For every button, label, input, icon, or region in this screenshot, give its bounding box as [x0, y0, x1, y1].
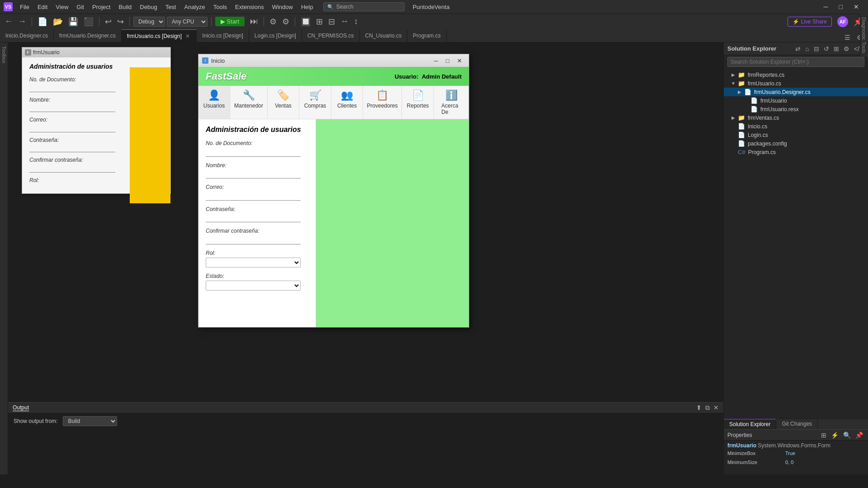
bg-field-input[interactable]	[29, 85, 115, 92]
se-gear-button[interactable]: ⚙	[842, 45, 851, 53]
tab-inicio-design[interactable]: Inicio.cs [Design]	[197, 29, 249, 42]
se-tab-git-changes[interactable]: Git Changes	[776, 419, 818, 429]
toolbar-misc-button[interactable]: ⚙	[268, 16, 278, 28]
toolbar-redo-button[interactable]: ↪	[115, 16, 126, 28]
tab-cn-usuario[interactable]: CN_Usuario.cs	[360, 29, 408, 42]
debug-mode-dropdown[interactable]: Debug	[133, 17, 165, 27]
fs-input-nombre[interactable]	[206, 170, 301, 178]
main-close-button[interactable]: ✕	[848, 0, 864, 14]
toolbar-misc6-button[interactable]: ↕	[352, 16, 360, 27]
se-home-button[interactable]: ⌂	[804, 45, 810, 53]
tree-item-inicio[interactable]: 📄 Inicio.cs	[724, 122, 868, 131]
menu-build[interactable]: Build	[115, 2, 135, 12]
tab-cn-permisos[interactable]: CN_PERMISOS.cs	[302, 29, 360, 42]
fs-input-documento[interactable]	[206, 149, 301, 157]
props-search-button[interactable]: 🔍	[842, 431, 852, 439]
tree-item-frmventas[interactable]: ▶ 📁 frmVentas.cs	[724, 113, 868, 122]
fs-input-confirmar[interactable]	[206, 236, 301, 244]
bg-field-input[interactable]	[29, 145, 115, 152]
menu-project[interactable]: Project	[89, 2, 114, 12]
tab-frmusuario-design[interactable]: frmUsuario.cs [Design] ✕	[122, 29, 197, 42]
user-avatar[interactable]: AF	[837, 16, 848, 27]
tab-login-design[interactable]: Login.cs [Design]	[249, 29, 302, 42]
menu-git[interactable]: Git	[73, 2, 88, 12]
diagnostic-tab[interactable]: Diagnostic Tools	[860, 14, 868, 57]
start-button[interactable]: ▶ Start	[215, 17, 245, 26]
toolbar-back-button[interactable]: ←	[3, 16, 14, 27]
se-collapse-button[interactable]: ⊞	[832, 45, 840, 53]
fs-input-correo[interactable]	[206, 192, 301, 201]
menu-extensions[interactable]: Extensions	[231, 2, 268, 12]
toolbar-misc2-button[interactable]: 🔲	[299, 16, 312, 28]
fg-maximize-button[interactable]: □	[442, 55, 453, 66]
toolbar-forward-button[interactable]: →	[16, 16, 28, 27]
tab-frmusuario-designer[interactable]: frmUsuario.Designer.cs	[54, 29, 122, 42]
se-refresh-button[interactable]: ↺	[822, 45, 830, 53]
toolbox-label[interactable]: Toolbox	[1, 46, 7, 63]
tab-inicio-designer[interactable]: Inicio.Designer.cs	[0, 29, 54, 42]
output-source-dropdown[interactable]: Build	[63, 416, 117, 426]
menu-tools[interactable]: Tools	[210, 2, 231, 12]
nav-reportes[interactable]: 📄 Reportes	[402, 86, 434, 119]
menu-file[interactable]: File	[16, 2, 33, 12]
tabs-list-button[interactable]: ☰	[843, 33, 852, 42]
output-close-button[interactable]: ✕	[713, 404, 719, 412]
toolbar-new-button[interactable]: 📄	[36, 16, 49, 28]
props-sort-button[interactable]: ⊞	[820, 431, 828, 439]
menu-debug[interactable]: Debug	[136, 2, 160, 12]
menu-edit[interactable]: Edit	[34, 2, 51, 12]
bg-field-input[interactable]	[29, 105, 115, 112]
menu-test[interactable]: Test	[162, 2, 180, 12]
menu-window[interactable]: Window	[269, 2, 297, 12]
fg-minimize-button[interactable]: ─	[430, 55, 442, 66]
toolbar-misc3-button[interactable]: ⊞	[314, 16, 325, 28]
toolbar-misc4-button[interactable]: ⊟	[326, 16, 337, 28]
live-share-button[interactable]: ⚡ Live Share	[788, 17, 832, 27]
nav-proveedores[interactable]: 📋 Proveedores	[363, 86, 402, 119]
output-float-button[interactable]: ⧉	[705, 404, 710, 412]
menu-help[interactable]: Help	[297, 2, 317, 12]
output-expand-button[interactable]: ⬆	[696, 404, 702, 412]
tree-item-program[interactable]: C# Program.cs	[724, 148, 868, 156]
menu-analyze[interactable]: Analyze	[180, 2, 208, 12]
toolbar-undo-button[interactable]: ↩	[103, 16, 113, 28]
se-tab-solution-explorer[interactable]: Solution Explorer	[724, 419, 776, 429]
props-pin-button[interactable]: 📌	[854, 431, 864, 439]
nav-acerca[interactable]: ℹ️ Acerca De	[434, 86, 469, 119]
fs-select-rol[interactable]	[206, 258, 301, 267]
tree-item-packages[interactable]: 📄 packages.config	[724, 139, 868, 148]
toolbar-step-over-button[interactable]: ⏭	[248, 16, 260, 27]
main-maximize-button[interactable]: □	[834, 0, 848, 14]
menu-search-box[interactable]: 🔍 Search	[323, 2, 405, 11]
toolbar-open-button[interactable]: 📂	[51, 16, 65, 28]
se-sync-button[interactable]: ⇄	[794, 45, 802, 53]
toolbar-config-button[interactable]: ⚙	[280, 16, 291, 28]
toolbar-save-button[interactable]: 💾	[66, 16, 80, 28]
cpu-dropdown[interactable]: Any CPU	[167, 17, 208, 27]
tree-item-frmreportes[interactable]: ▶ 📁 frmReportes.cs	[724, 70, 868, 79]
nav-clientes[interactable]: 👥 Clientes	[331, 86, 363, 119]
fs-input-contrasena[interactable]	[206, 214, 301, 222]
nav-usuarios[interactable]: 👤 Usuarios	[198, 86, 230, 119]
tab-close-icon[interactable]: ✕	[184, 33, 191, 40]
nav-mantenedor[interactable]: 🔧 Mantenedor	[230, 86, 268, 119]
bg-field-input[interactable]	[29, 165, 115, 173]
nav-ventas[interactable]: 🏷️ Ventas	[268, 86, 299, 119]
tree-item-login[interactable]: 📄 Login.cs	[724, 131, 868, 139]
menu-view[interactable]: View	[52, 2, 72, 12]
bg-field-input[interactable]	[29, 125, 115, 132]
output-tab-button[interactable]: Output	[13, 404, 29, 411]
main-minimize-button[interactable]: ─	[818, 0, 834, 14]
se-search-input[interactable]	[727, 57, 864, 67]
se-filter-button[interactable]: ⊟	[812, 45, 821, 53]
tree-item-frmusuario[interactable]: ▼ 📁 frmUsuario.cs	[724, 79, 868, 88]
tree-item-frmusuario-resx[interactable]: 📄 frmUsuario.resx	[724, 105, 868, 113]
fg-close-button[interactable]: ✕	[453, 55, 465, 66]
tree-item-frmusuario-class[interactable]: 📄 frmUsuario	[724, 96, 868, 105]
tree-item-frmusuario-designer[interactable]: ▶ 📄 frmUsuario.Designer.cs	[724, 88, 868, 96]
tab-program[interactable]: Program.cs	[407, 29, 446, 42]
fs-select-estado[interactable]	[206, 281, 301, 291]
props-event-button[interactable]: ⚡	[830, 431, 840, 439]
toolbar-save-all-button[interactable]: ⬛	[82, 16, 95, 28]
nav-compras[interactable]: 🛒 Compras	[299, 86, 331, 119]
